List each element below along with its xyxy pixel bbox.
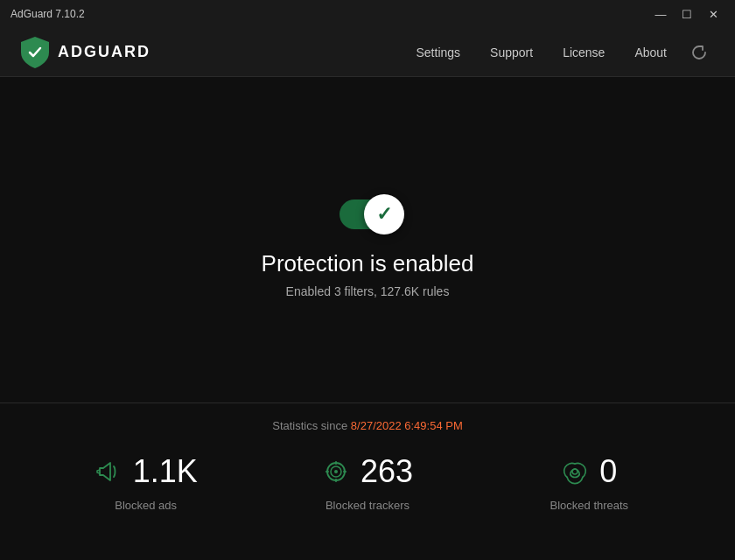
title-bar: AdGuard 7.10.2 — ☐ ✕ xyxy=(0,0,735,28)
protection-toggle[interactable]: ✓ xyxy=(340,200,396,229)
nav-about[interactable]: About xyxy=(622,40,679,65)
blocked-threats-number: 0 xyxy=(599,453,617,490)
blocked-trackers-label: Blocked trackers xyxy=(326,499,410,512)
stats-since-date: 8/27/2022 6:49:54 PM xyxy=(351,419,463,432)
checkmark-icon: ✓ xyxy=(376,203,392,226)
stats-since-label: Statistics since 8/27/2022 6:49:54 PM xyxy=(35,403,700,453)
blocked-ads-icon xyxy=(94,458,122,486)
stat-blocked-threats: 0 Blocked threats xyxy=(479,453,700,538)
svg-point-2 xyxy=(334,470,338,473)
protection-subtitle: Enabled 3 filters, 127.6K rules xyxy=(286,284,450,298)
stat-blocked-ads: 1.1K Blocked ads xyxy=(35,453,256,538)
blocked-trackers-icon xyxy=(322,458,350,486)
blocked-trackers-number: 263 xyxy=(360,453,413,490)
blocked-threats-icon xyxy=(561,458,589,486)
app-title: AdGuard 7.10.2 xyxy=(10,8,85,20)
nav-area: Settings Support License About xyxy=(404,39,715,66)
logo-area: ADGUARD xyxy=(21,37,150,68)
toggle-thumb: ✓ xyxy=(364,194,404,234)
close-button[interactable]: ✕ xyxy=(702,5,724,23)
protection-toggle-area: ✓ xyxy=(340,200,396,229)
nav-license[interactable]: License xyxy=(550,40,617,65)
stats-grid: 1.1K Blocked ads xyxy=(35,453,700,538)
header: ADGUARD Settings Support License About xyxy=(0,28,735,77)
main-content: ✓ Protection is enabled Enabled 3 filter… xyxy=(0,77,735,402)
blocked-threats-label: Blocked threats xyxy=(550,499,629,512)
nav-settings[interactable]: Settings xyxy=(404,40,473,65)
blocked-ads-number: 1.1K xyxy=(133,453,198,490)
maximize-button[interactable]: ☐ xyxy=(676,5,698,23)
window-controls: — ☐ ✕ xyxy=(649,5,724,23)
nav-support[interactable]: Support xyxy=(478,40,545,65)
refresh-button[interactable] xyxy=(684,39,714,66)
minimize-button[interactable]: — xyxy=(649,5,672,23)
protection-title: Protection is enabled xyxy=(262,250,474,277)
logo-text: ADGUARD xyxy=(58,43,150,61)
adguard-logo-icon xyxy=(21,37,49,68)
blocked-ads-label: Blocked ads xyxy=(115,499,177,512)
refresh-icon xyxy=(691,45,707,60)
stat-blocked-trackers: 263 Blocked trackers xyxy=(256,453,478,538)
stats-section: Statistics since 8/27/2022 6:49:54 PM 1.… xyxy=(0,403,735,538)
